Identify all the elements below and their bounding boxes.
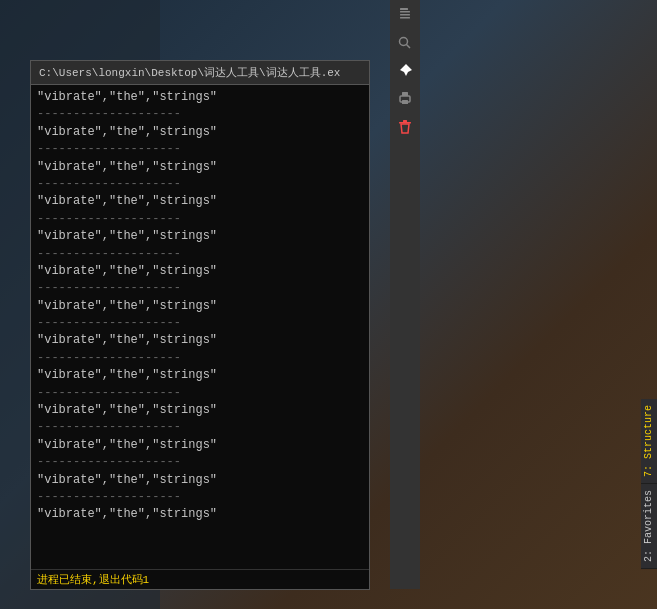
terminal-line: -------------------- [37,454,363,471]
svg-rect-0 [400,8,408,10]
print-icon[interactable] [394,88,416,110]
svg-line-5 [407,45,411,49]
activity-bar [390,0,420,589]
svg-rect-7 [402,92,408,96]
svg-rect-2 [400,14,410,16]
delete-icon[interactable] [394,116,416,138]
terminal-status: 进程已结束,退出代码1 [31,569,369,589]
terminal-line: -------------------- [37,315,363,332]
terminal-line: "vibrate","the","strings" [37,506,363,523]
pin-icon[interactable] [394,60,416,82]
favorites-panel-label[interactable]: 2: Favorites [641,484,657,569]
terminal-line: -------------------- [37,211,363,228]
terminal-line: -------------------- [37,489,363,506]
svg-point-4 [400,38,408,46]
terminal-line: "vibrate","the","strings" [37,228,363,245]
terminal-title: C:\Users\longxin\Desktop\词达人工具\词达人工具.ex [39,67,340,79]
terminal-line: "vibrate","the","strings" [37,402,363,419]
terminal-line: "vibrate","the","strings" [37,472,363,489]
terminal-body[interactable]: "vibrate","the","strings"---------------… [31,85,369,569]
terminal-exit-text: 进程已结束,退出代码1 [37,574,149,586]
svg-rect-1 [400,11,410,13]
terminal-line: -------------------- [37,280,363,297]
terminal-line: "vibrate","the","strings" [37,124,363,141]
terminal-line: -------------------- [37,350,363,367]
terminal-line: "vibrate","the","strings" [37,193,363,210]
left-panel: C:\Users\longxin\Desktop\词达人工具\词达人工具.ex … [0,0,390,609]
terminal-titlebar: C:\Users\longxin\Desktop\词达人工具\词达人工具.ex [31,61,369,85]
structure-panel-label[interactable]: 7: Structure [641,399,657,484]
terminal-line: -------------------- [37,106,363,123]
terminal-line: -------------------- [37,246,363,263]
svg-rect-3 [400,17,410,19]
terminal-line: "vibrate","the","strings" [37,367,363,384]
terminal-line: "vibrate","the","strings" [37,298,363,315]
main-container: C:\Users\longxin\Desktop\词达人工具\词达人工具.ex … [0,0,657,609]
terminal-line: -------------------- [37,141,363,158]
terminal-line: "vibrate","the","strings" [37,159,363,176]
files-icon[interactable] [394,4,416,26]
terminal-line: "vibrate","the","strings" [37,89,363,106]
terminal-line: "vibrate","the","strings" [37,263,363,280]
terminal-line: -------------------- [37,385,363,402]
terminal-window: C:\Users\longxin\Desktop\词达人工具\词达人工具.ex … [30,60,370,590]
terminal-line: "vibrate","the","strings" [37,437,363,454]
terminal-line: "vibrate","the","strings" [37,332,363,349]
search-icon[interactable] [394,32,416,54]
terminal-line: -------------------- [37,176,363,193]
svg-rect-8 [402,100,408,104]
svg-rect-9 [403,120,407,122]
terminal-line: -------------------- [37,419,363,436]
